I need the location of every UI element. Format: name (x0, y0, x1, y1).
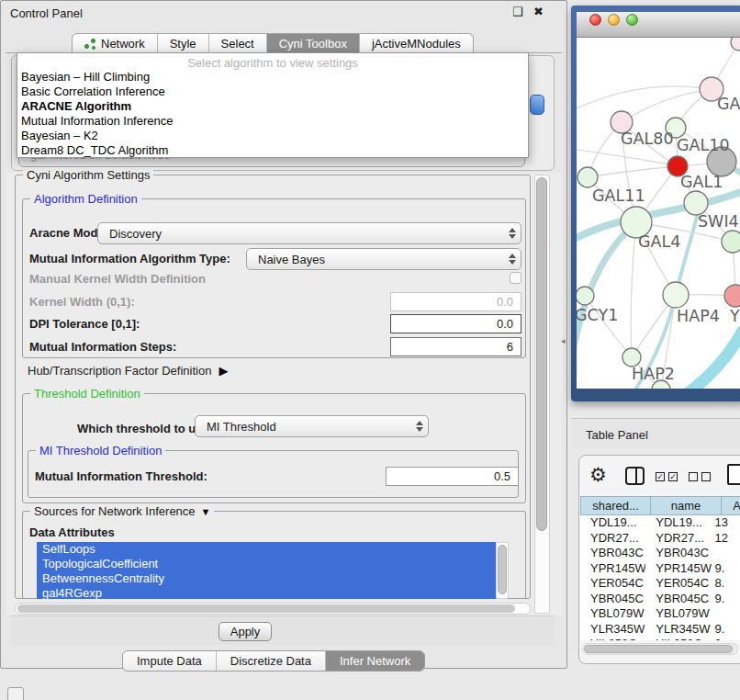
tab-label: jActiveMNodules (372, 37, 461, 51)
node-label: SWI4 (698, 212, 739, 231)
split-columns-icon[interactable] (625, 467, 645, 485)
settings-hscroll-thumb[interactable] (17, 604, 515, 613)
table-row[interactable]: YDL19...YDL19...13 (580, 515, 740, 531)
network-node[interactable] (622, 348, 641, 367)
attribute-item[interactable]: BetweennessCentrality (37, 571, 496, 586)
algorithm-option[interactable]: Basic Correlation Inference (17, 85, 528, 99)
node-label: GCY1 (577, 306, 618, 324)
document-icon[interactable] (727, 464, 740, 485)
network-node[interactable] (577, 287, 594, 305)
deselect-all-checkbox-icon[interactable] (701, 472, 711, 481)
collapse-arrow-icon: ▼ (201, 506, 211, 517)
table-cell: YPR145W (580, 561, 645, 577)
splitter-arrow-icon[interactable]: ◂ (561, 336, 566, 345)
algorithm-option[interactable]: ARACNE Algorithm (17, 99, 528, 114)
attributes-list-scroll-thumb[interactable] (498, 545, 507, 594)
table-row[interactable]: YBR043CYBR043C (580, 546, 740, 561)
tab-jactivemnodules[interactable]: jActiveMNodules (360, 34, 473, 53)
tab-cyni-toolbox[interactable]: Cyni Toolbox (267, 34, 360, 53)
network-node[interactable] (724, 285, 740, 307)
which-threshold-combo[interactable]: MI Threshold (195, 415, 429, 437)
network-edge[interactable] (631, 222, 636, 357)
algorithm-option[interactable]: Dream8 DC_TDC Algorithm (17, 143, 528, 158)
attribute-item[interactable]: gal4RGexp (37, 586, 496, 599)
table-hscroll-thumb[interactable] (584, 645, 733, 653)
select-all-checkbox-icon[interactable]: ✓ (668, 472, 678, 481)
float-window-icon[interactable]: ❑ (512, 6, 523, 17)
table-row[interactable]: YLR345WYLR345W9. (580, 622, 740, 638)
attribute-item[interactable]: SelfLoops (37, 542, 496, 557)
table-cell: 9. (712, 622, 740, 638)
column-header[interactable]: shared... (580, 496, 651, 515)
table-row[interactable]: YPR145WYPR145W9. (580, 561, 740, 577)
tab-style[interactable]: Style (158, 34, 209, 53)
collapsed-panel-button[interactable] (7, 687, 24, 700)
table-cell: YIL052C (645, 637, 711, 640)
algorithm-combo-button[interactable] (530, 95, 544, 115)
network-node[interactable] (577, 167, 598, 187)
network-edge[interactable] (588, 166, 678, 177)
network-canvas[interactable]: GALGAL80GAL10GAL1GAL11SWI4GAL4GCY1HAP4YH… (577, 38, 740, 389)
tab-select[interactable]: Select (209, 34, 267, 53)
sources-group-title[interactable]: Sources for Network Inference▼ (30, 504, 214, 518)
gear-icon[interactable]: ⚙ (589, 465, 607, 484)
table-cell: YDL19... (580, 515, 645, 531)
close-window-icon[interactable]: ✖ (533, 6, 544, 17)
table-row[interactable]: YBR045CYBR045C9. (580, 592, 740, 607)
table-row[interactable]: YBL079WYBL079W (580, 606, 740, 622)
mi-threshold-field[interactable]: 0.5 (386, 467, 519, 486)
tab-label: Cyni Toolbox (279, 37, 347, 51)
table-row[interactable]: YER054CYER054C8. (580, 576, 740, 592)
aracne-mode-combo[interactable]: Discovery (97, 222, 521, 244)
table-row[interactable]: YIL052CYIL052C9. (580, 637, 740, 640)
apply-strip (11, 615, 555, 645)
column-header[interactable]: name (651, 496, 722, 515)
table-row[interactable]: YDR27...YDR27...12 (580, 531, 740, 547)
column-header[interactable]: A (722, 496, 740, 515)
network-node[interactable] (722, 231, 740, 253)
bottom-tab-infer-network[interactable]: Infer Network (326, 651, 424, 671)
manual-kernel-checkbox[interactable] (510, 272, 521, 284)
network-edge[interactable] (577, 149, 676, 165)
mi-type-label: Mutual Information Algorithm Type: (29, 252, 230, 265)
manual-kernel-label: Manual Kernel Width Definition (29, 272, 206, 286)
network-node[interactable] (731, 38, 740, 51)
table-cell: 12 (712, 531, 740, 547)
bottom-tabbar: Impute DataDiscretize DataInfer Network (122, 650, 425, 672)
node-label: Y (729, 307, 740, 325)
settings-vscroll-thumb[interactable] (536, 177, 547, 531)
dpi-tolerance-field[interactable]: 0.0 (390, 314, 521, 333)
bottom-tab-discretize-data[interactable]: Discretize Data (217, 651, 326, 671)
hub-definition-toggle[interactable]: Hub/Transcription Factor Definition▶ (28, 364, 228, 378)
node-label: GAL10 (677, 136, 730, 154)
table-cell: YLR345W (580, 622, 645, 638)
combo-arrows-icon (504, 228, 521, 239)
close-traffic-light[interactable] (589, 14, 601, 26)
algorithm-option[interactable]: Mutual Information Inference (17, 114, 528, 129)
minimize-traffic-light[interactable] (608, 14, 620, 26)
network-window-titlebar[interactable] (577, 12, 740, 38)
kernel-width-field[interactable]: 0.0 (390, 292, 521, 311)
table-cell (712, 606, 740, 622)
mi-type-combo[interactable]: Naive Bayes (246, 248, 521, 270)
apply-button[interactable]: Apply (219, 622, 272, 641)
algorithm-option[interactable]: Bayesian – Hill Climbing (17, 70, 528, 85)
data-attributes-label: Data Attributes (29, 525, 115, 539)
mi-steps-field[interactable]: 6 (390, 337, 521, 356)
algorithm-option[interactable]: Bayesian – K2 (17, 129, 528, 143)
zoom-traffic-light[interactable] (626, 14, 638, 26)
tab-network[interactable]: Network (73, 34, 158, 53)
select-all-checkbox-icon[interactable]: ✓ (656, 472, 665, 481)
table-cell: YBL079W (580, 606, 645, 622)
bottom-tab-impute-data[interactable]: Impute Data (123, 651, 217, 671)
table-cell: YBL079W (645, 606, 711, 622)
network-node[interactable] (663, 282, 689, 308)
deselect-all-checkbox-icon[interactable] (689, 472, 698, 481)
table-cell: YIL052C (580, 637, 645, 640)
node-label: HAP4 (677, 307, 720, 325)
network-edge[interactable] (622, 89, 712, 122)
table-cell (712, 546, 740, 561)
which-threshold-label: Which threshold to use: (77, 422, 213, 435)
attribute-item[interactable]: TopologicalCoefficient (37, 557, 496, 571)
network-edge[interactable] (577, 86, 712, 108)
